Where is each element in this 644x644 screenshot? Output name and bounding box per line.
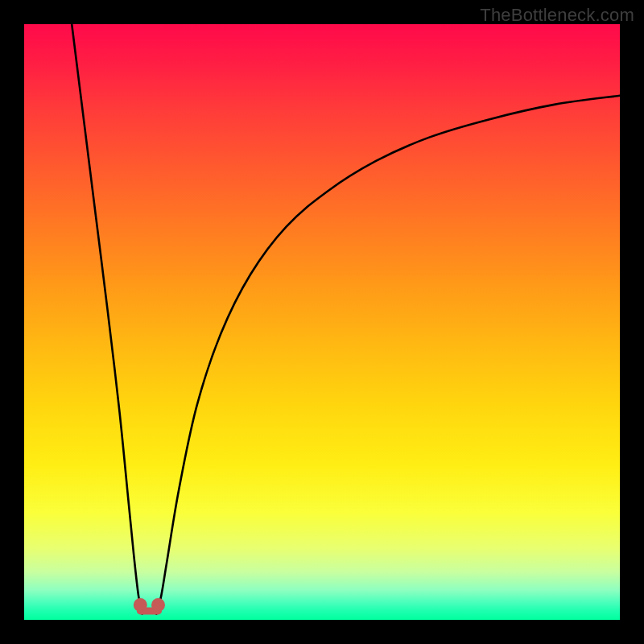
curve-right-branch xyxy=(156,96,620,614)
chart-frame: TheBottleneck.com xyxy=(0,0,644,644)
curve-left-branch xyxy=(72,24,142,614)
valley-marker-right xyxy=(151,598,165,612)
curve-layer xyxy=(24,24,620,620)
watermark-text: TheBottleneck.com xyxy=(480,5,634,26)
valley-marker-left xyxy=(134,598,147,612)
plot-area xyxy=(24,24,620,620)
